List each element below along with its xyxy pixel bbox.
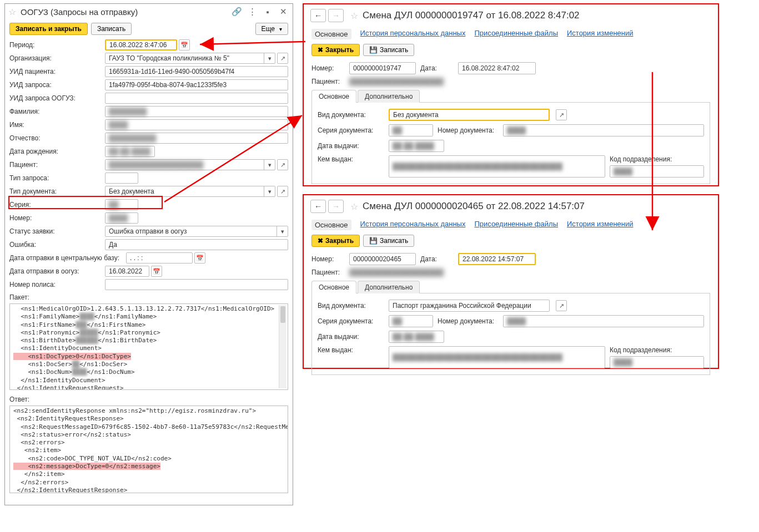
r1-tabcontent: Вид документа: Без документа ↗ Серия док… [311,103,710,184]
policy-input[interactable] [105,279,288,290]
r2-code-input[interactable]: ████ [610,356,704,368]
doctype-open-icon[interactable]: ↗ [277,186,288,197]
r1-code-input[interactable]: ████ [610,165,704,178]
left-titlebar: ☆ ООГУЗ (Запросы на отправку) 🔗 ⋮ ▪ ✕ [5,4,293,19]
number-input[interactable]: ████ [105,212,138,224]
status-dd-icon[interactable]: ▾ [277,226,288,236]
r2-issuer-input[interactable]: ████████████████████████████████████ [389,346,605,368]
lbl-o-uid: УИД запроса ООГУЗ: [9,94,105,102]
lbl-r-uid: УИД запроса: [9,81,105,89]
r1-lbl-issue: Дата выдачи: [318,142,384,150]
period-input[interactable]: 16.08.2022 8:47:06 [105,39,177,50]
calendar-icon-3[interactable]: 📅 [151,266,162,277]
patient-input[interactable]: ████████████████████▾ [105,159,275,170]
series-input[interactable]: ██ [105,199,138,210]
r2-doctype-input[interactable]: Паспорт гражданина Российской Федерации [389,300,550,312]
send-ooguz-input[interactable]: 16.08.2022 [105,266,149,277]
star-icon[interactable]: ☆ [350,11,358,21]
org-dd-icon[interactable]: ▾ [264,53,275,63]
star-icon[interactable]: ☆ [8,7,16,17]
r1-number-input[interactable]: 0000000019747 [349,62,416,74]
close-button[interactable]: ✖Закрыть [311,235,360,247]
tab-extra[interactable]: Дополнительно [358,90,420,103]
error-input[interactable]: Да [105,239,288,250]
save-close-button[interactable]: Записать и закрыть [9,23,88,35]
right-panel-2: ← → ☆ Смена ДУЛ 0000000020465 от 22.08.2… [303,194,719,369]
doctype-dd-icon[interactable]: ▾ [264,186,275,196]
r2-title: Смена ДУЛ 0000000020465 от 22.08.2022 14… [363,201,711,212]
reqtype-input[interactable] [105,173,138,184]
link-files[interactable]: Присоединенные файлы [474,220,558,230]
r1-date-input[interactable]: 16.08.2022 8:47:02 [458,62,536,74]
lbl-patronymic: Отчество: [9,134,105,142]
doctype-input[interactable]: Без документа▾ [105,186,275,197]
packet-xml[interactable]: <ns1:MedicalOrgOID>1.2.643.5.1.13.13.12.… [9,303,288,390]
save-icon: 💾 [369,46,378,54]
r2-series-input[interactable]: ██ [389,315,433,327]
lbl-birthdate: Дата рождения: [9,148,105,155]
tab-extra[interactable]: Дополнительно [358,281,420,293]
org-input[interactable]: ГАУЗ ТО "Городская поликлиника № 5"▾ [105,53,275,64]
org-open-icon[interactable]: ↗ [277,53,288,64]
more-button[interactable]: Еще [255,23,288,35]
r2-docnum-input[interactable]: ████ [503,315,704,327]
birthdate-input[interactable]: ██.██.████ [105,146,155,157]
back-button[interactable]: ← [310,9,326,22]
link-files[interactable]: Присоединенные файлы [474,29,558,39]
patient-open-icon[interactable]: ↗ [277,159,288,170]
fwd-button[interactable]: → [328,9,344,22]
send-central-input[interactable]: . . : : [126,252,193,264]
link-main[interactable]: Основное [311,220,351,230]
link-icon[interactable]: 🔗 [230,6,243,17]
response-xml[interactable]: <ns2:sendIdentityResponse xmlns:ns2="htt… [9,406,288,493]
left-toolbar: Записать и закрыть Записать Еще [5,19,293,38]
link-hist-ch[interactable]: История изменений [567,220,634,230]
close-button[interactable]: ✖Закрыть [311,44,360,56]
r1-doctype-input[interactable]: Без документа [389,109,550,121]
r1-lbl-issuer: Кем выдан: [318,155,384,163]
calendar-icon[interactable]: 📅 [179,39,190,50]
tab-main[interactable]: Основное [311,281,356,293]
r1-issuer-input[interactable]: ████████████████████████████████████ [389,155,605,178]
firstname-input[interactable]: ████ [105,119,288,130]
r2-date-input[interactable]: 22.08.2022 14:57:07 [458,253,536,265]
fwd-button[interactable]: → [328,200,344,213]
lbl-firstname: Имя: [9,121,105,129]
save-button[interactable]: 💾Записать [363,235,414,247]
save-button[interactable]: 💾Записать [363,44,414,56]
patient-dd-icon[interactable]: ▾ [264,160,275,170]
r1-series-input[interactable]: ██ [389,124,433,136]
patient-uid-input[interactable]: 1665931a-1d16-11ed-9490-0050569b47f4 [105,66,288,77]
link-hist-pers[interactable]: История персональных данных [360,220,466,230]
lbl-doctype: Тип документа: [9,188,105,195]
menu-icon[interactable]: ⋮ [246,6,258,17]
link-hist-ch[interactable]: История изменений [567,29,634,39]
ooguz-uid-input[interactable] [105,93,288,104]
patronymic-input[interactable]: ██████████ [105,133,288,144]
back-button[interactable]: ← [310,200,326,213]
link-main[interactable]: Основное [311,29,351,39]
save-button[interactable]: Записать [91,23,132,35]
r1-doctype-open-icon[interactable]: ↗ [556,109,567,120]
r2-lbl-number: Номер: [311,255,345,263]
req-uid-input[interactable]: 1fa497f9-095f-4bba-8074-9ac1233f5fe3 [105,79,288,90]
r1-docnum-input[interactable]: ████ [503,124,704,136]
r2-doctype-open-icon[interactable]: ↗ [556,300,567,311]
status-input[interactable]: Ошибка отправки в оогуз▾ [105,226,288,237]
calendar-icon-2[interactable]: 📅 [194,252,205,264]
scrollbar[interactable] [279,305,286,388]
save-icon: 💾 [369,237,378,245]
r2-number-input[interactable]: 0000000020465 [349,253,416,265]
star-icon[interactable]: ☆ [350,201,358,212]
lbl-reqtype: Тип запроса: [9,174,105,182]
r1-lbl-code: Код подразделения: [610,155,704,163]
tab-main[interactable]: Основное [311,90,356,103]
close-icon[interactable]: ✕ [277,6,289,17]
link-hist-pers[interactable]: История персональных данных [360,29,466,39]
lbl-patient: Пациент: [9,161,105,169]
pin-icon[interactable]: ▪ [262,6,274,17]
r1-lbl-docnum: Номер документа: [438,126,499,134]
r1-issue-input[interactable]: ██.██.████ [389,140,444,152]
r2-issue-input[interactable]: ██.██.████ [389,331,444,343]
lastname-input[interactable]: ████████ [105,106,288,117]
